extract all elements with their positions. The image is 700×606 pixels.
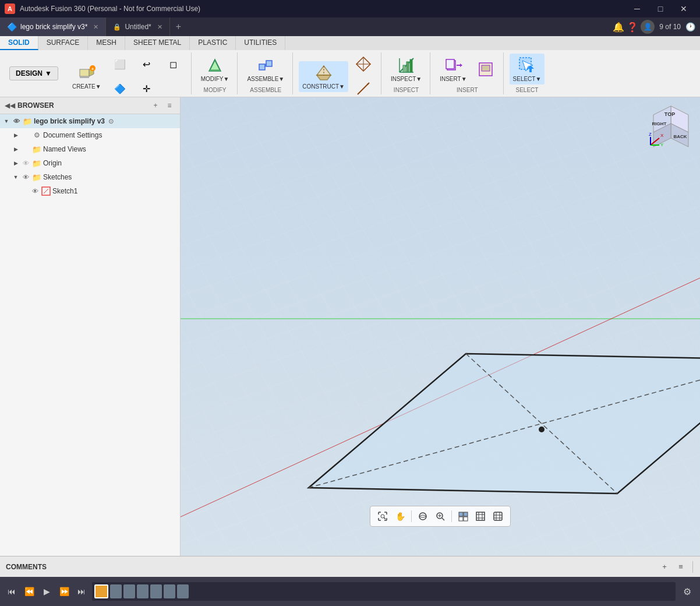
timeline-play-prev-button[interactable]: ⏮	[5, 584, 19, 598]
insert-canvas-btn[interactable]	[473, 58, 499, 81]
timeline-item-2[interactable]	[123, 584, 135, 598]
design-dropdown[interactable]: DESIGN ▼	[9, 66, 58, 80]
comments-add-button[interactable]: +	[659, 561, 670, 573]
construct-plane-btn[interactable]	[351, 52, 376, 76]
collapse-icon[interactable]: ◀◀	[5, 101, 15, 110]
insert-icon	[444, 56, 462, 75]
svg-marker-27	[460, 64, 462, 67]
insert-items: INSERT▼	[436, 52, 498, 86]
root-target-icon[interactable]: ⊙	[108, 118, 114, 125]
clock-icon: 🕐	[685, 22, 695, 31]
timeline-item-4[interactable]	[150, 584, 162, 598]
revolve-button[interactable]: ↩	[134, 52, 160, 76]
modify-button[interactable]: MODIFY▼	[197, 54, 233, 84]
new-tab-button[interactable]: +	[170, 17, 187, 36]
account-icon[interactable]: 👤	[641, 20, 655, 34]
root-eye[interactable]: 👁	[12, 117, 21, 126]
svg-rect-29	[482, 65, 490, 71]
origin-label: Origin	[43, 159, 62, 167]
ribbon-tab-sheet-metal[interactable]: SHEET METAL	[125, 36, 190, 50]
timeline-play-button[interactable]: ▶	[40, 584, 54, 598]
axis-cube[interactable]: TOP RIGHT BACK X Y Z	[648, 103, 694, 150]
timeline-track[interactable]	[92, 582, 676, 601]
timeline-play-next-button[interactable]: ⏭	[75, 584, 89, 598]
sweep-button[interactable]: ◻	[161, 52, 186, 76]
select-label: SELECT▼	[513, 76, 542, 82]
sketches-arrow[interactable]: ▼	[12, 173, 20, 181]
viewport[interactable]: TOP RIGHT BACK X Y Z ✋	[181, 97, 700, 556]
notification-icon[interactable]: 🔔	[613, 22, 624, 33]
inspect-icon	[397, 56, 416, 75]
named-views-arrow[interactable]: ▶	[12, 145, 20, 153]
fit-view-button[interactable]	[375, 509, 390, 524]
create-label: CREATE▼	[72, 83, 101, 90]
close-button[interactable]: ✕	[672, 0, 695, 17]
svg-rect-65	[459, 517, 463, 521]
timeline-settings-button[interactable]: ⚙	[679, 583, 695, 600]
extrude-button[interactable]: ⬜	[107, 52, 133, 76]
tab-close-button[interactable]: ✕	[93, 23, 98, 31]
inspect-label: INSPECT▼	[391, 76, 422, 82]
grid-button[interactable]	[473, 509, 488, 524]
tree-named-views[interactable]: ▶ 👁 📁 Named Views	[9, 142, 180, 156]
timeline-step-next-button[interactable]: ⏩	[57, 584, 71, 598]
root-arrow[interactable]: ▼	[2, 117, 10, 125]
zoom-button[interactable]	[433, 509, 448, 524]
help-icon[interactable]: ❓	[627, 22, 638, 33]
timeline-item-5[interactable]	[164, 584, 175, 598]
timeline-item-active[interactable]	[94, 584, 108, 598]
construct-button[interactable]: CONSTRUCT▼	[299, 61, 348, 92]
construct-axis-btn[interactable]	[351, 77, 376, 100]
orbit-button[interactable]	[415, 509, 430, 524]
loft-button[interactable]: 🔷	[107, 77, 133, 100]
browser-title: BROWSER	[17, 101, 147, 110]
tree-document-settings[interactable]: ▶ 👁 ⚙ Document Settings	[9, 128, 180, 142]
ribbon-tab-utilities[interactable]: UTILITIES	[236, 36, 285, 50]
modify-icon	[206, 56, 224, 75]
browser-add-button[interactable]: +	[150, 100, 161, 111]
pan-button[interactable]: ✋	[393, 509, 408, 524]
ribbon-group-construct: CONSTRUCT▼	[294, 52, 381, 94]
origin-eye[interactable]: 👁	[21, 158, 30, 168]
tab-untitled-close[interactable]: ✕	[157, 23, 162, 31]
ribbon-tab-plastic[interactable]: PLASTIC	[190, 36, 236, 50]
sketch1-eye[interactable]: 👁	[30, 186, 40, 196]
select-button[interactable]: SELECT▼	[510, 54, 545, 84]
modify-group-label: MODIFY	[204, 87, 227, 94]
timeline-item-6[interactable]	[177, 584, 189, 598]
inspect-button[interactable]: INSPECT▼	[387, 54, 425, 84]
create-items: + CREATE▼ ⬜ ↩ ◻	[69, 52, 186, 100]
view-options-button[interactable]	[490, 509, 505, 524]
browser-menu-button[interactable]: ≡	[164, 100, 175, 111]
inspect-group-label: INSPECT	[394, 87, 419, 94]
lock-icon: 🔒	[113, 23, 121, 31]
tree-origin[interactable]: ▶ 👁 📁 Origin	[9, 156, 180, 170]
svg-text:Z: Z	[649, 132, 652, 137]
timeline-item-1[interactable]	[110, 584, 122, 598]
ribbon-tab-mesh[interactable]: MESH	[88, 36, 125, 50]
tab-untitled[interactable]: 🔒 Untitled* ✕	[106, 17, 169, 36]
display-mode-button[interactable]	[455, 509, 471, 524]
move-button[interactable]: ✛	[134, 77, 160, 100]
sketches-eye[interactable]: 👁	[21, 172, 30, 182]
assemble-button[interactable]: ASSEMBLE▼	[243, 54, 288, 84]
tab-lego-brick[interactable]: 🔷 lego brick simplify v3* ✕	[0, 17, 106, 36]
maximize-button[interactable]: □	[649, 0, 672, 17]
origin-arrow[interactable]: ▶	[12, 159, 20, 167]
minimize-button[interactable]: ─	[625, 0, 649, 17]
timeline-item-3[interactable]	[137, 584, 149, 598]
timeline-step-prev-button[interactable]: ⏪	[22, 584, 36, 598]
doc-settings-arrow[interactable]: ▶	[12, 131, 20, 139]
insert-button[interactable]: INSERT▼	[436, 54, 470, 84]
comments-panel: COMMENTS + ≡	[0, 556, 700, 577]
tab-label: lego brick simplify v3*	[20, 23, 87, 31]
construct-icon	[314, 64, 333, 82]
ribbon-tab-surface[interactable]: SURFACE	[38, 36, 89, 50]
tree-sketches[interactable]: ▼ 👁 📁 Sketches	[9, 170, 180, 184]
tree-root[interactable]: ▼ 👁 📁 lego brick simplify v3 ⊙	[0, 114, 180, 128]
tree-sketch1[interactable]: ▶ 👁 Sketch1	[19, 184, 180, 198]
create-button[interactable]: + CREATE▼	[69, 61, 105, 92]
ribbon-tab-solid[interactable]: SOLID	[0, 36, 38, 50]
comments-menu-button[interactable]: ≡	[675, 561, 687, 573]
move-icon: ✛	[137, 79, 156, 98]
